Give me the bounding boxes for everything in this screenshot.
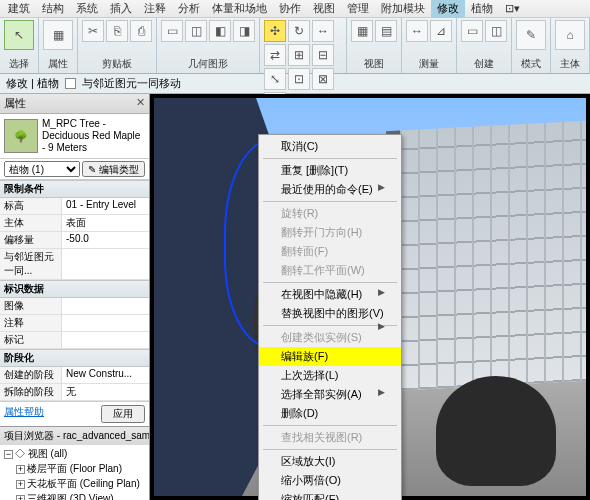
- create-button[interactable]: ▭: [461, 20, 483, 42]
- ribbon-label: 属性: [43, 55, 73, 71]
- paste-button[interactable]: ⎙: [130, 20, 152, 42]
- context-menu: 取消(C)重复 [删除](T)最近使用的命令(E)▶旋转(R)翻转开门方向(H)…: [258, 134, 402, 500]
- close-icon[interactable]: ✕: [136, 96, 145, 111]
- prop-key: 偏移量: [0, 232, 62, 248]
- submenu-arrow-icon: ▶: [378, 321, 385, 331]
- modify-button[interactable]: ↖: [4, 20, 34, 50]
- apply-button[interactable]: 应用: [101, 405, 145, 423]
- mod-button[interactable]: ⊡: [288, 68, 310, 90]
- prop-value[interactable]: [62, 298, 149, 314]
- menu-item[interactable]: 建筑: [2, 0, 36, 18]
- menu-item-active[interactable]: 修改: [431, 0, 465, 18]
- mod-button[interactable]: ⊠: [312, 68, 334, 90]
- expand-icon[interactable]: +: [16, 480, 25, 489]
- menu-item[interactable]: 系统: [70, 0, 104, 18]
- menu-item[interactable]: 附加模块: [375, 0, 431, 18]
- prop-key: 拆除的阶段: [0, 384, 62, 400]
- ribbon-group-measure: ↔⊿ 测量: [402, 18, 457, 73]
- prop-value[interactable]: 无: [62, 384, 149, 400]
- copy-button[interactable]: ⎘: [106, 20, 128, 42]
- context-menu-item[interactable]: 替换视图中的图形(V)▶: [259, 304, 401, 323]
- menu-item[interactable]: 体量和场地: [206, 0, 273, 18]
- measure-button[interactable]: ↔: [406, 20, 428, 42]
- menu-item[interactable]: 插入: [104, 0, 138, 18]
- context-menu-item[interactable]: 在视图中隐藏(H)▶: [259, 285, 401, 304]
- move-button[interactable]: ✣: [264, 20, 286, 42]
- prop-key: 图像: [0, 298, 62, 314]
- expand-icon[interactable]: +: [16, 495, 25, 500]
- submenu-arrow-icon: ▶: [378, 182, 385, 192]
- building-model: [386, 121, 586, 391]
- panel-title-text: 属性: [4, 96, 26, 111]
- ribbon-label: 剪贴板: [82, 55, 152, 71]
- context-menu-item[interactable]: 区域放大(I): [259, 452, 401, 471]
- prop-key: 注释: [0, 315, 62, 331]
- mod-button[interactable]: ⇄: [264, 44, 286, 66]
- move-with-nearby-checkbox[interactable]: [65, 78, 76, 89]
- ribbon-label: 选择: [4, 55, 34, 71]
- properties-button[interactable]: ▦: [43, 20, 73, 50]
- create-button[interactable]: ◫: [485, 20, 507, 42]
- ribbon-label: 几何图形: [161, 55, 255, 71]
- tree-shadow: [436, 376, 556, 486]
- prop-value[interactable]: 表面: [62, 215, 149, 231]
- edit-type-button[interactable]: ✎ 编辑类型: [82, 161, 145, 177]
- prop-value[interactable]: [62, 332, 149, 348]
- menu-bar: 建筑 结构 系统 插入 注释 分析 体量和场地 协作 视图 管理 附加模块 修改…: [0, 0, 590, 18]
- context-menu-item: 翻转面(F): [259, 242, 401, 261]
- context-menu-item[interactable]: 缩小两倍(O): [259, 471, 401, 490]
- view-button[interactable]: ▦: [351, 20, 373, 42]
- edit-family-button[interactable]: ✎: [516, 20, 546, 50]
- context-menu-item[interactable]: 编辑族(F): [259, 347, 401, 366]
- menu-item[interactable]: 植物: [465, 0, 499, 18]
- context-menu-item[interactable]: 重复 [删除](T): [259, 161, 401, 180]
- geo-button[interactable]: ◨: [233, 20, 255, 42]
- menu-overflow-icon[interactable]: ⊡▾: [499, 0, 526, 17]
- context-menu-item[interactable]: 选择全部实例(A)▶: [259, 385, 401, 404]
- menu-item[interactable]: 管理: [341, 0, 375, 18]
- geo-button[interactable]: ◫: [185, 20, 207, 42]
- tree-node[interactable]: +三维视图 (3D View): [4, 492, 145, 500]
- ribbon-label: 测量: [406, 55, 452, 71]
- measure-button[interactable]: ⊿: [430, 20, 452, 42]
- properties-help-link[interactable]: 属性帮助: [4, 405, 44, 423]
- geo-button[interactable]: ▭: [161, 20, 183, 42]
- cut-button[interactable]: ✂: [82, 20, 104, 42]
- context-menu-item[interactable]: 删除(D): [259, 404, 401, 423]
- menu-item[interactable]: 分析: [172, 0, 206, 18]
- ribbon-group-create: ▭◫ 创建: [457, 18, 512, 73]
- prop-value[interactable]: New Constru...: [62, 367, 149, 383]
- context-menu-item: 翻转开门方向(H): [259, 223, 401, 242]
- menu-item[interactable]: 结构: [36, 0, 70, 18]
- prop-value[interactable]: 01 - Entry Level: [62, 198, 149, 214]
- mod-button[interactable]: ⊞: [288, 44, 310, 66]
- menu-item[interactable]: 协作: [273, 0, 307, 18]
- context-menu-item[interactable]: 缩放匹配(F): [259, 490, 401, 500]
- expand-icon[interactable]: +: [16, 465, 25, 474]
- pick-host-button[interactable]: ⌂: [555, 20, 585, 50]
- mod-button[interactable]: ↻: [288, 20, 310, 42]
- view-button[interactable]: ▤: [375, 20, 397, 42]
- prop-value[interactable]: [62, 249, 149, 279]
- tree-node[interactable]: +楼层平面 (Floor Plan): [4, 462, 145, 477]
- expand-icon[interactable]: −: [4, 450, 13, 459]
- mod-button[interactable]: ⤡: [264, 68, 286, 90]
- menu-item[interactable]: 注释: [138, 0, 172, 18]
- context-menu-item[interactable]: 上次选择(L): [259, 366, 401, 385]
- properties-panel-title: 属性 ✕: [0, 94, 149, 114]
- context-menu-item[interactable]: 取消(C): [259, 137, 401, 156]
- prop-key: 创建的阶段: [0, 367, 62, 383]
- prop-value[interactable]: -50.0: [62, 232, 149, 248]
- context-menu-item[interactable]: 最近使用的命令(E)▶: [259, 180, 401, 199]
- ribbon-group-select: ↖ 选择: [0, 18, 39, 73]
- tree-node[interactable]: +天花板平面 (Ceiling Plan): [4, 477, 145, 492]
- tree-root[interactable]: −◇ 视图 (all): [4, 447, 145, 462]
- menu-item[interactable]: 视图: [307, 0, 341, 18]
- mod-button[interactable]: ↔: [312, 20, 334, 42]
- prop-key: 主体: [0, 215, 62, 231]
- category-filter-select[interactable]: 植物 (1): [4, 161, 80, 177]
- type-selector[interactable]: 🌳 M_RPC Tree - Deciduous Red Maple - 9 M…: [0, 114, 149, 159]
- geo-button[interactable]: ◧: [209, 20, 231, 42]
- mod-button[interactable]: ⊟: [312, 44, 334, 66]
- prop-value[interactable]: [62, 315, 149, 331]
